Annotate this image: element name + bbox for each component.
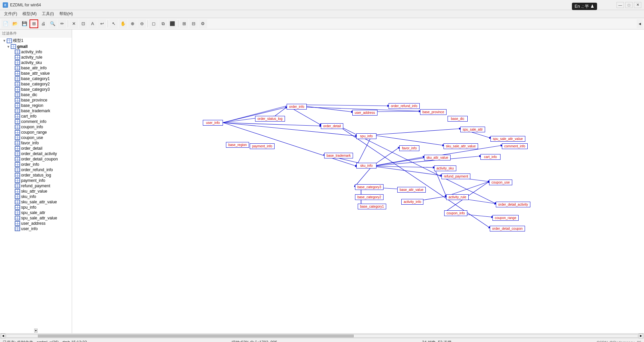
- tree-node-order_info[interactable]: order_info: [0, 162, 72, 167]
- undo-button[interactable]: ↩: [98, 19, 106, 28]
- hscroll-track[interactable]: [6, 334, 638, 338]
- grid-button[interactable]: ⊡: [79, 19, 87, 28]
- erd-node-spu_sale_attr[interactable]: spu_sale_attr: [460, 127, 485, 132]
- tree-node-base_category1[interactable]: base_category1: [0, 76, 72, 81]
- erd-node-order_info[interactable]: order_info: [287, 104, 307, 110]
- export-button[interactable]: ⬛: [168, 19, 177, 28]
- hscroll-thumb[interactable]: [38, 335, 354, 337]
- erd-node-refund_payment[interactable]: refund_payment: [442, 174, 470, 179]
- collapse-button[interactable]: ◀: [637, 19, 643, 28]
- tree-node-base_dic[interactable]: base_dic: [0, 92, 72, 97]
- erd-node-order_detail[interactable]: order_detail: [321, 123, 343, 129]
- erd-node-order_detail_coupon[interactable]: order_detail_coupon: [490, 226, 525, 231]
- erd-node-spu_sale_attr_value[interactable]: spu_sale_attr_value: [490, 136, 525, 142]
- erd-node-activity_rule[interactable]: activity_rule: [446, 194, 469, 200]
- tree-node-coupon_range[interactable]: coupon_range: [0, 130, 72, 135]
- tree-node-order_detail[interactable]: order_detail: [0, 146, 72, 151]
- tree-node-activity_sku[interactable]: activity_sku: [0, 60, 72, 65]
- tree-node-spu_sale_attr_value[interactable]: spu_sale_attr_value: [0, 215, 72, 221]
- tree-node-model1[interactable]: ▼ 模型1: [0, 38, 72, 44]
- canvas-area[interactable]: user_infoorder_infoorder_status_logorder…: [72, 29, 644, 333]
- tree-node-base_trademark[interactable]: base_trademark: [0, 108, 72, 114]
- delete-button[interactable]: ✕: [69, 19, 78, 28]
- hand-button[interactable]: ✋: [119, 19, 127, 28]
- erd-node-comment_info[interactable]: comment_info: [502, 143, 528, 149]
- erd-node-user_address[interactable]: user_address: [352, 110, 377, 116]
- tree-node-order_refund_info[interactable]: order_refund_info: [0, 167, 72, 173]
- tree-node-user_address[interactable]: user_address: [0, 221, 72, 226]
- erd-node-base_category2[interactable]: base_category2: [355, 194, 384, 200]
- erd-node-sku_attr_value[interactable]: sku_attr_value: [424, 155, 451, 160]
- zoomin-button[interactable]: ⊕: [128, 19, 137, 28]
- tree-node-favor_info[interactable]: favor_info: [0, 140, 72, 146]
- hscroll-left[interactable]: ◀: [1, 334, 5, 338]
- tree-node-order_status_log[interactable]: order_status_log: [0, 173, 72, 178]
- menu-help[interactable]: 帮助(H): [57, 10, 76, 17]
- erd-node-order_detail_activity[interactable]: order_detail_activity: [496, 202, 530, 207]
- erd-node-user_info[interactable]: user_info: [203, 120, 223, 126]
- menu-model[interactable]: 模型(M): [20, 10, 39, 17]
- erd-node-coupon_use[interactable]: coupon_use: [489, 180, 512, 185]
- erd-node-cart_info[interactable]: cart_info: [480, 154, 501, 160]
- copy-button[interactable]: ⧉: [159, 19, 167, 28]
- new-button[interactable]: 📄: [1, 19, 10, 28]
- erd-node-coupon_range[interactable]: coupon_range: [492, 215, 519, 221]
- erd-node-base_trademark[interactable]: base_trademark: [324, 153, 353, 158]
- tree-node-order_detail_coupon[interactable]: order_detail_coupon: [0, 156, 72, 162]
- maximize-button[interactable]: □: [625, 2, 633, 8]
- erd-node-sku_sale_attr_value[interactable]: sku_sale_attr_value: [444, 143, 478, 149]
- tree-node-base_category2[interactable]: base_category2: [0, 81, 72, 87]
- erd-node-base_region[interactable]: base_region: [226, 142, 249, 148]
- print-button[interactable]: 🖨: [39, 19, 48, 28]
- hscroll-right[interactable]: ▶: [639, 334, 643, 338]
- menu-tools[interactable]: 工具(I): [39, 10, 56, 17]
- tree-node-sku_attr_value[interactable]: sku_attr_value: [0, 189, 72, 194]
- tree-node-activity_rule[interactable]: activity_rule: [0, 55, 72, 60]
- tree-node-sku_info[interactable]: sku_info: [0, 194, 72, 199]
- tree-node-cart_info[interactable]: cart_info: [0, 114, 72, 119]
- tree-node-comment_info[interactable]: comment_info: [0, 119, 72, 124]
- close-button[interactable]: ✕: [634, 2, 641, 8]
- tree-node-activity_info[interactable]: activity_info: [0, 49, 72, 55]
- tree-node-base_category3[interactable]: base_category3: [0, 87, 72, 92]
- erd-node-spu_info[interactable]: spu_info: [356, 133, 376, 139]
- tree-node-coupon_use[interactable]: coupon_use: [0, 135, 72, 140]
- erd-node-base_category3[interactable]: base_category3: [355, 184, 384, 190]
- save-button[interactable]: 💾: [20, 19, 29, 28]
- search-button[interactable]: 🔍: [48, 19, 57, 28]
- zoomout-button[interactable]: ⊖: [137, 19, 146, 28]
- erd-node-base_province[interactable]: base_province: [420, 109, 447, 115]
- erd-node-order_refund_info[interactable]: order_refund_info: [389, 103, 420, 109]
- tree-node-refund_payment[interactable]: refund_payment: [0, 183, 72, 189]
- erd-node-activity_sku[interactable]: activity_sku: [434, 165, 456, 171]
- erd-node-coupon_info[interactable]: coupon_info: [444, 210, 467, 216]
- tree-node-base_province[interactable]: base_province: [0, 97, 72, 103]
- tree-node-base_attr_value[interactable]: base_attr_value: [0, 71, 72, 76]
- text-button[interactable]: A: [88, 19, 97, 28]
- erd-node-base_attr_value[interactable]: base_attr_value: [397, 187, 426, 193]
- erd-node-payment_info[interactable]: payment_info: [250, 143, 275, 149]
- tree-node-coupon_info[interactable]: coupon_info: [0, 124, 72, 130]
- tree-node-payment_info[interactable]: payment_info: [0, 178, 72, 183]
- erd-node-base_category1[interactable]: base_category1: [358, 204, 386, 209]
- tree-node-sku_sale_attr_value[interactable]: sku_sale_attr_value: [0, 199, 72, 205]
- tree-node-base_attr_info[interactable]: base_attr_info: [0, 65, 72, 71]
- tree-node-spu_sale_attr[interactable]: spu_sale_attr: [0, 210, 72, 215]
- minimize-button[interactable]: —: [617, 2, 624, 8]
- eraser-button[interactable]: ◻: [149, 19, 158, 28]
- erd-node-base_dic[interactable]: base_dic: [448, 116, 468, 122]
- menu-file[interactable]: 文件(F): [1, 10, 20, 17]
- tree-node-user_info[interactable]: user_info: [0, 226, 72, 231]
- highlighted-button[interactable]: ⊞: [30, 19, 38, 28]
- erd-node-sku_info[interactable]: sku_info: [356, 163, 376, 168]
- sidebar-scroll-down[interactable]: ▼: [34, 329, 38, 333]
- select-button[interactable]: ↖: [109, 19, 118, 28]
- open-button[interactable]: 📂: [11, 19, 19, 28]
- erd-node-order_status_log[interactable]: order_status_log: [255, 116, 285, 122]
- tree-node-base_region[interactable]: base_region: [0, 103, 72, 108]
- layout1-button[interactable]: ⊞: [180, 19, 188, 28]
- tree-node-gmall[interactable]: ▼ gmall: [0, 44, 72, 49]
- layout2-button[interactable]: ⊟: [189, 19, 198, 28]
- erd-node-activity_info[interactable]: activity_info: [401, 199, 423, 205]
- edit-button[interactable]: ✏: [58, 19, 66, 28]
